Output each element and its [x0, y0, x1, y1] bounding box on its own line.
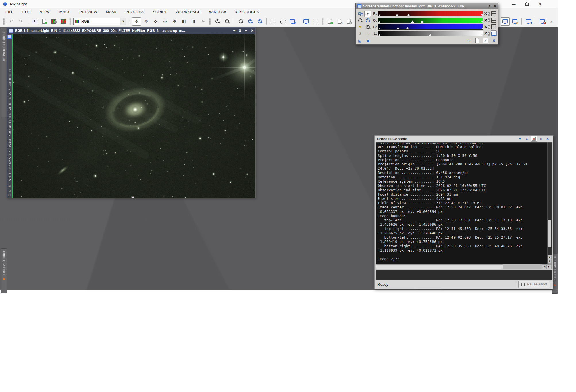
window-close-button[interactable]: ✕ [533, 0, 547, 8]
undo-icon[interactable]: ↶ [7, 17, 16, 26]
screen-icon[interactable] [501, 17, 510, 26]
console-scroll-down-button[interactable]: ▼ [517, 136, 523, 142]
center-view-icon[interactable]: ❖ [170, 17, 179, 26]
link-rgb-icon[interactable] [357, 11, 363, 17]
console-previous-log-button[interactable]: « [538, 136, 544, 142]
console-scroll-lock-button[interactable]: ⇕ [524, 136, 530, 142]
stf-marker[interactable] [429, 34, 432, 36]
move-tool-icon[interactable]: ✣ [161, 17, 169, 26]
maximize-window-icon[interactable] [302, 17, 311, 26]
window-restore-button[interactable] [520, 0, 533, 8]
menu-script[interactable]: SCRIPT [149, 10, 171, 14]
window-minimize-button[interactable]: — [507, 0, 520, 8]
image-window-shade-button[interactable]: ⊼ [239, 28, 242, 34]
view-mode-select[interactable]: RGB▼ [73, 18, 126, 25]
apply-global-icon[interactable]: ■ [365, 38, 371, 43]
side-tab-icon-2[interactable]: ▢ [8, 194, 11, 197]
frame-window-icon[interactable] [311, 17, 320, 26]
screen-24bit-icon[interactable] [510, 17, 519, 26]
menu-preview[interactable]: PREVIEW [75, 10, 101, 14]
edit-params-icon[interactable]: ⚷ [357, 30, 363, 37]
auto-stretch-icon[interactable]: ☢ [357, 24, 363, 30]
toolbar-drag-handle[interactable] [128, 18, 130, 25]
menu-resources[interactable]: RESOURCES [230, 10, 263, 14]
screen-transfer-icon[interactable] [524, 17, 533, 26]
reset-red-icon[interactable]: ✕✕ [484, 11, 490, 17]
stf-marker[interactable] [396, 27, 399, 29]
select-arrow-icon[interactable]: ➤ [199, 17, 207, 26]
sidebar-tab-history-explorer[interactable]: History Explorer ◆ [1, 248, 7, 293]
fit-view-icon[interactable]: ✥ [142, 17, 151, 26]
image-window-grip[interactable] [131, 196, 134, 198]
reset-lum-icon[interactable]: ✕✕ [484, 30, 490, 36]
image-window-minimize-button[interactable]: − [233, 28, 235, 34]
toolbar-drag-handle[interactable] [322, 18, 324, 25]
image-view-side-tab[interactable]: _BIN_1_4144x2822_EXPOSURE_300_00s_FILTER… [7, 34, 13, 198]
stf-slider-b[interactable] [378, 24, 483, 30]
edit-stf-icon[interactable]: ➤ [364, 11, 371, 17]
rgb-alpha-icon[interactable] [59, 17, 68, 26]
pause-abort-button[interactable]: Pause/Abort [518, 281, 550, 288]
console-output[interactable]: +9.41412200e-05 +8.47576307e-05 -3.12705… [376, 142, 548, 264]
select-rect-icon[interactable] [269, 17, 278, 26]
stf-slider-g[interactable] [378, 18, 483, 23]
toolbar-drag-handle[interactable] [209, 18, 211, 25]
reset-green-icon[interactable]: ✕✕ [484, 17, 490, 23]
new-image-disabled-icon[interactable] [344, 17, 353, 26]
redo-icon[interactable]: ↷ [16, 17, 25, 26]
stf-titlebar[interactable]: ScreenTransferFunction: masterLight_BIN_… [356, 3, 498, 9]
side-tab-icon-0[interactable]: ◎ [8, 184, 11, 188]
edit-image-icon[interactable] [335, 17, 344, 26]
vertical-scroll-thumb[interactable] [548, 220, 551, 247]
stf-marker[interactable] [421, 20, 423, 23]
reset-blue-icon[interactable]: ✕✕ [484, 24, 490, 30]
stf-slider-r[interactable] [378, 11, 483, 16]
console-close-button[interactable]: ✕ [544, 136, 551, 142]
stf-marker[interactable] [406, 27, 409, 29]
menu-workspace[interactable]: WORKSPACE [172, 10, 205, 14]
stf-close-button[interactable]: ✕ [494, 4, 496, 8]
duplicate-window-icon[interactable] [40, 17, 49, 26]
zoom-in-stf-icon[interactable] [357, 17, 363, 24]
new-instance-icon[interactable]: ◣ [357, 38, 363, 43]
sidebar-tab-process-explorer[interactable]: Process Explorer ⚙ [1, 28, 7, 117]
select-multi-icon[interactable] [278, 17, 287, 26]
menu-file[interactable]: FILE [1, 10, 18, 14]
console-vertical-scrollbar[interactable]: ▲ ▼ [547, 142, 552, 264]
zoom-out-icon[interactable] [222, 17, 231, 26]
zoom-in-icon[interactable] [213, 17, 222, 26]
menu-edit[interactable]: EDIT [18, 10, 36, 14]
menu-mask[interactable]: MASK [101, 10, 121, 14]
screen-disable-icon[interactable] [538, 17, 547, 26]
console-command-input[interactable] [376, 270, 552, 280]
stf-slider-l[interactable] [378, 31, 483, 36]
toolbar-drag-handle[interactable] [3, 18, 5, 25]
side-tab-icon-1[interactable]: ⧉ [9, 189, 11, 192]
rename-view-icon[interactable] [30, 17, 39, 26]
stf-marker[interactable] [396, 14, 398, 16]
process-console-titlebar[interactable]: Process Console ▼⇕«✕ [375, 136, 553, 142]
console-horizontal-scrollbar[interactable]: ◀ ▶ [376, 264, 552, 269]
screen-corner-icon[interactable] [288, 17, 297, 26]
image-canvas[interactable] [13, 34, 255, 198]
enable-stf-icon[interactable]: ✓ [483, 38, 488, 43]
zoom-fit-icon[interactable] [246, 17, 255, 26]
menu-image[interactable]: IMAGE [54, 10, 75, 14]
zoom-in-alt-stf-icon[interactable] [364, 17, 371, 24]
browse-doc-icon[interactable] [474, 38, 480, 43]
reset-stf-icon[interactable]: ✖ [491, 38, 497, 43]
scroll-down-button[interactable]: ▼ [548, 259, 552, 264]
zoom-out-stf-icon[interactable] [364, 24, 371, 30]
horizontal-scroll-thumb[interactable] [376, 264, 503, 269]
toolbar-overflow-icon[interactable]: » [547, 17, 556, 26]
chevron-down-icon[interactable]: ▼ [120, 18, 126, 25]
edit-instance-icon[interactable]: □ [466, 38, 472, 43]
nuke-red-icon[interactable] [491, 11, 497, 17]
mask-select-icon[interactable]: ◨ [189, 17, 198, 26]
track-view-icon[interactable] [491, 30, 497, 36]
zoom-actual-icon[interactable] [236, 17, 245, 26]
menu-process[interactable]: PROCESS [121, 10, 149, 14]
zoom-integer-icon[interactable] [255, 17, 264, 26]
image-window-zoom-button[interactable]: + [245, 28, 247, 34]
stf-marker[interactable] [411, 20, 414, 23]
